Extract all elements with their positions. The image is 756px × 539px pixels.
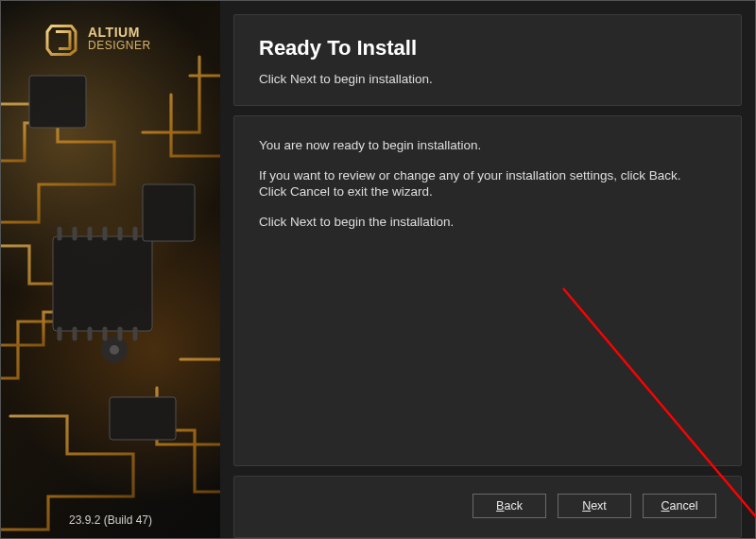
svg-rect-1 bbox=[29, 76, 86, 128]
body-text-2: If you want to review or change any of y… bbox=[259, 167, 716, 200]
content-panel: Ready To Install Click Next to begin ins… bbox=[220, 1, 755, 538]
back-button[interactable]: Back bbox=[472, 494, 546, 518]
branding-panel: ALTIUM DESIGNER 23.9.2 (Build 47) bbox=[1, 1, 220, 538]
product-logo: ALTIUM DESIGNER bbox=[44, 22, 151, 56]
header-card: Ready To Install Click Next to begin ins… bbox=[233, 14, 742, 106]
body-text-3: Click Next to begin the installation. bbox=[259, 214, 716, 231]
body-text-1: You are now ready to begin installation. bbox=[259, 137, 716, 154]
wizard-buttons: Back Next Cancel bbox=[233, 476, 742, 538]
brand-bottom: DESIGNER bbox=[88, 40, 151, 52]
installer-window: ALTIUM DESIGNER 23.9.2 (Build 47) Ready … bbox=[0, 0, 756, 539]
page-subtitle: Click Next to begin installation. bbox=[259, 72, 716, 86]
altium-logo-icon bbox=[44, 22, 78, 56]
svg-point-5 bbox=[110, 345, 119, 355]
svg-rect-3 bbox=[110, 397, 176, 440]
svg-rect-0 bbox=[53, 236, 152, 331]
cancel-button[interactable]: Cancel bbox=[643, 494, 716, 518]
page-title: Ready To Install bbox=[259, 36, 716, 61]
version-label: 23.9.2 (Build 47) bbox=[1, 513, 220, 527]
next-button[interactable]: Next bbox=[558, 494, 631, 518]
body-card: You are now ready to begin installation.… bbox=[233, 115, 742, 466]
brand-top: ALTIUM bbox=[88, 25, 140, 40]
svg-rect-2 bbox=[143, 184, 195, 241]
pcb-art bbox=[1, 1, 220, 538]
product-logo-text: ALTIUM DESIGNER bbox=[88, 26, 151, 51]
